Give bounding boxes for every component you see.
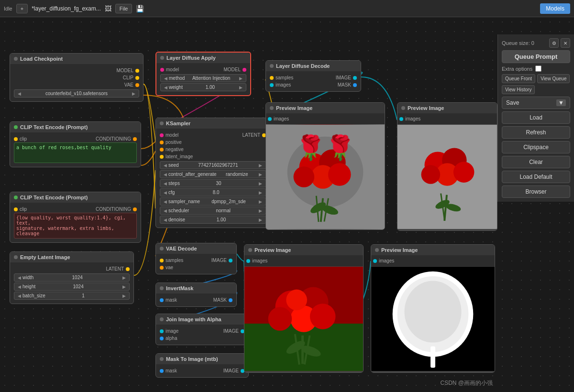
negative-in-port[interactable] (160, 148, 164, 152)
images-in-port[interactable] (399, 117, 403, 121)
save-button[interactable]: Save ▼ (502, 97, 570, 109)
clip-in-port[interactable] (14, 207, 18, 211)
model-in-port[interactable] (160, 68, 164, 72)
view-history-button[interactable]: View History (502, 85, 535, 94)
width-widget[interactable]: ◀ width 1024 ▶ (14, 273, 130, 282)
join-image-title: Join Image with Alpha (156, 314, 248, 325)
steps-widget[interactable]: ◀ steps 30 ▶ (160, 179, 266, 187)
latent-in-port[interactable] (160, 155, 164, 159)
latent-out-port[interactable] (126, 267, 130, 271)
node-dot (160, 317, 164, 321)
node-dot (160, 357, 164, 361)
conditioning-out-port[interactable] (133, 207, 137, 211)
add-button[interactable]: + (16, 4, 28, 13)
model-in-port[interactable] (160, 133, 164, 137)
roses-gray-img (266, 124, 385, 229)
clip-out-port[interactable] (135, 76, 139, 80)
height-widget[interactable]: ◀ height 1024 ▶ (14, 283, 130, 291)
denoise-widget[interactable]: ◀ denoise 1.00 ▶ (160, 216, 266, 224)
vae-in-port[interactable] (160, 266, 164, 270)
clear-button[interactable]: Clear (502, 156, 570, 168)
model-out-port[interactable] (243, 68, 246, 72)
conditioning-out-port[interactable] (133, 137, 137, 141)
node-dot (248, 248, 252, 252)
svg-point-17 (453, 162, 475, 183)
clip1-title: CLIP Text Encode (Prompt) (10, 122, 141, 132)
mask-out-port[interactable] (229, 298, 232, 302)
batch-size-widget[interactable]: ◀ batch_size 1 ▶ (14, 292, 130, 300)
node-dot (14, 196, 18, 199)
clip2-textarea[interactable]: {low quality, worst quality:1.4}, cgi, t… (14, 213, 137, 239)
image-out-port[interactable] (353, 76, 357, 80)
node-dot (270, 64, 274, 68)
refresh-button[interactable]: Refresh (502, 126, 570, 139)
image-in-port[interactable] (160, 329, 164, 333)
images-in-port[interactable] (270, 83, 274, 87)
scheduler-widget[interactable]: ◀ scheduler normal ▶ (160, 207, 266, 215)
control-widget[interactable]: ◀ control_after_generate randomize ▶ (160, 170, 266, 178)
preview-4-node: Preview Image images (371, 244, 495, 373)
topbar: Idle + *layer_diffusion_fg_exam... 🖼 Fil… (0, 0, 574, 17)
save-arrow-icon: ▼ (556, 99, 566, 106)
samples-in-port[interactable] (270, 76, 274, 80)
node-dot (160, 56, 164, 60)
queue-icons: ⚙ ✕ (549, 38, 570, 48)
load-button[interactable]: Load (502, 111, 570, 124)
clip2-title: CLIP Text Encode (Prompt) (10, 192, 141, 203)
images-in-port[interactable] (268, 117, 272, 121)
clipspace-button[interactable]: Clipspace (502, 141, 570, 153)
layer-decode-title: Layer Diffuse Decode (266, 61, 361, 71)
svg-point-27 (268, 307, 292, 331)
ckpt-name-widget[interactable]: ◀ counterfeitxl_v10.safetensors ▶ (14, 89, 139, 98)
preview1-image (266, 124, 385, 229)
file-button[interactable]: File (115, 4, 132, 13)
mask-in-port[interactable] (160, 298, 164, 302)
svg-point-28 (310, 304, 336, 329)
samples-in-port[interactable] (160, 259, 164, 262)
seed-widget[interactable]: ◀ seed 774271602967271 ▶ (160, 161, 266, 169)
node-dot (14, 125, 18, 129)
extra-options-checkbox[interactable] (535, 65, 541, 72)
node-dot (14, 57, 18, 61)
vae-decode-node: VAE Decode samples IMAGE vae (155, 243, 237, 274)
method-widget[interactable]: ◀ method Attention Injection ▶ (160, 74, 246, 82)
preview4-image (371, 266, 495, 372)
images-in-port[interactable] (373, 259, 377, 263)
ksampler-node: KSampler model LATENT positive (155, 118, 270, 228)
browser-button[interactable]: Browser (502, 185, 570, 198)
layer-diffuse-decode-node: Layer Diffuse Decode samples IMAGE image… (265, 60, 361, 92)
clip-text-encode-1-node: CLIP Text Encode (Prompt) clip CONDITION… (10, 121, 141, 167)
model-out-port[interactable] (135, 69, 139, 73)
svg-point-16 (421, 165, 441, 184)
vae-out-port[interactable] (135, 83, 139, 87)
layer-diffuse-apply-node: Layer Diffuse Apply model MODEL ◀ method… (155, 52, 251, 96)
sampler-widget[interactable]: ◀ sampler_name dpmpp_2m_sde ▶ (160, 197, 266, 206)
image-out-port[interactable] (229, 259, 232, 262)
mask-out-port[interactable] (353, 83, 357, 87)
queue-prompt-button[interactable]: Queue Prompt (502, 50, 570, 63)
save-icon: 💾 (136, 5, 144, 12)
roses-svg-2 (397, 124, 497, 229)
node-dot (160, 247, 164, 250)
close-button[interactable]: ✕ (561, 38, 570, 48)
empty-latent-title: Empty Latent Image (10, 252, 133, 262)
extra-options-row: Extra options (502, 65, 570, 72)
weight-widget[interactable]: ◀ weight 1.00 ▶ (160, 83, 246, 91)
preview4-title: Preview Image (371, 245, 495, 255)
mask-in-port[interactable] (160, 369, 164, 373)
models-button[interactable]: Models (540, 3, 570, 14)
clip1-textarea[interactable]: a bunch of red roses,best quality (14, 142, 137, 163)
cfg-widget[interactable]: ◀ cfg 8.0 ▶ (160, 188, 266, 196)
clip-in-port[interactable] (14, 137, 18, 141)
positive-in-port[interactable] (160, 141, 164, 144)
view-queue-button[interactable]: View Queue (537, 74, 570, 83)
preview3-title: Preview Image (244, 245, 363, 255)
alpha-in-port[interactable] (160, 337, 164, 340)
queue-size-label: Queue size: 0 (502, 40, 534, 46)
images-in-port[interactable] (246, 259, 250, 263)
svg-rect-38 (430, 347, 435, 368)
load-default-button[interactable]: Load Default (502, 171, 570, 183)
preview2-title: Preview Image (397, 103, 497, 113)
queue-front-button[interactable]: Queue Front (502, 74, 535, 83)
settings-button[interactable]: ⚙ (549, 38, 559, 48)
